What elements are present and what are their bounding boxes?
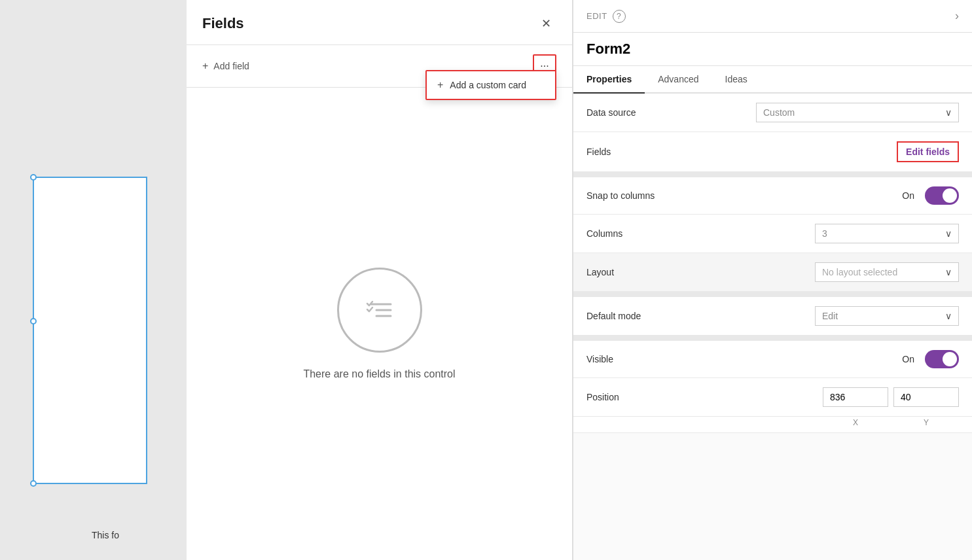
position-x-label: X	[823, 418, 888, 427]
fields-close-button[interactable]: ✕	[535, 13, 556, 34]
tab-ideas[interactable]: Ideas	[712, 66, 761, 94]
resize-handle-ml[interactable]	[30, 318, 37, 324]
layout-row: Layout No layout selected ∨	[573, 253, 972, 292]
position-y-input[interactable]	[893, 387, 959, 407]
position-y-label: Y	[893, 418, 959, 427]
form-name-text: Form2	[586, 41, 630, 57]
snap-toggle-on-label: On	[902, 190, 914, 201]
toggle-knob	[943, 188, 957, 203]
dropdown-menu: + Add a custom card	[425, 70, 556, 100]
snap-to-columns-row: Snap to columns On	[573, 177, 972, 215]
edit-label: EDIT ?	[586, 10, 626, 23]
columns-label: Columns	[586, 228, 815, 239]
empty-state-text: There are no fields in this control	[303, 368, 455, 380]
layout-label: Layout	[586, 267, 815, 277]
edit-fields-label: Edit fields	[906, 147, 950, 157]
tab-advanced[interactable]: Advanced	[645, 66, 711, 94]
visible-row: Visible On	[573, 341, 972, 378]
columns-row: Columns 3 ∨	[573, 215, 972, 253]
position-x-input[interactable]	[823, 387, 888, 407]
edit-text: EDIT	[586, 11, 607, 21]
add-custom-card-label: Add a custom card	[450, 80, 526, 90]
fields-panel: Fields ✕ + Add field ··· + Add a custom …	[187, 0, 573, 560]
props-content: Data source Custom ∨ Fields Edit fields …	[573, 94, 972, 560]
tab-ideas-label: Ideas	[725, 74, 747, 84]
fields-row: Fields Edit fields	[573, 132, 972, 172]
empty-state-icon	[337, 268, 422, 353]
data-source-chevron-icon: ∨	[945, 107, 952, 118]
add-field-label: Add field	[213, 61, 249, 71]
position-labels: X Y	[573, 417, 972, 433]
divider-2	[573, 292, 972, 297]
visible-toggle-knob	[943, 352, 957, 366]
add-custom-card-item[interactable]: + Add a custom card	[427, 71, 555, 99]
fields-header: Fields ✕	[187, 0, 572, 45]
visible-toggle[interactable]	[925, 350, 959, 368]
add-field-button[interactable]: + Add field	[202, 60, 249, 72]
data-source-value: Custom	[763, 107, 795, 118]
columns-select[interactable]: 3 ∨	[815, 224, 959, 243]
fields-label: Fields	[586, 147, 897, 157]
resize-handle-tl[interactable]	[30, 174, 37, 181]
canvas-form-element	[33, 177, 147, 484]
snap-to-columns-label: Snap to columns	[586, 190, 902, 201]
data-source-select[interactable]: Custom ∨	[756, 103, 959, 122]
position-inputs	[823, 387, 959, 407]
canvas-area: This fo	[0, 0, 187, 560]
chevron-right-icon: ›	[955, 9, 959, 23]
tab-properties-label: Properties	[586, 74, 632, 84]
plus-icon: +	[202, 60, 208, 72]
visible-toggle-on-label: On	[902, 354, 914, 364]
props-header: EDIT ? ›	[573, 0, 972, 33]
data-source-row: Data source Custom ∨	[573, 94, 972, 132]
default-mode-row: Default mode Edit ∨	[573, 297, 972, 336]
data-source-label: Data source	[586, 107, 756, 118]
default-mode-select[interactable]: Edit ∨	[815, 306, 959, 326]
visible-label: Visible	[586, 354, 902, 364]
snap-to-columns-toggle[interactable]	[925, 186, 959, 205]
layout-select[interactable]: No layout selected ∨	[815, 262, 959, 282]
layout-value: No layout selected	[822, 267, 897, 277]
default-mode-chevron-icon: ∨	[945, 311, 952, 321]
help-icon[interactable]: ?	[613, 10, 626, 23]
props-tabs: Properties Advanced Ideas	[573, 66, 972, 94]
edit-fields-button[interactable]: Edit fields	[897, 141, 959, 162]
tab-advanced-label: Advanced	[658, 74, 698, 84]
dropdown-plus-icon: +	[437, 79, 443, 91]
layout-chevron-icon: ∨	[945, 267, 952, 277]
default-mode-label: Default mode	[586, 311, 815, 321]
default-mode-value: Edit	[822, 311, 838, 321]
divider-3	[573, 336, 972, 341]
resize-handle-bl[interactable]	[30, 480, 37, 487]
canvas-form-text: This fo	[92, 530, 119, 540]
columns-chevron-icon: ∨	[945, 228, 952, 239]
visible-value: On	[902, 350, 959, 368]
divider-1	[573, 172, 972, 177]
fields-title: Fields	[202, 15, 244, 32]
snap-to-columns-value: On	[902, 186, 959, 205]
position-label: Position	[586, 392, 823, 402]
tab-properties[interactable]: Properties	[573, 66, 645, 94]
position-row: Position	[573, 378, 972, 417]
columns-value: 3	[822, 228, 827, 239]
properties-panel: EDIT ? › Form2 Properties Advanced Ideas…	[573, 0, 972, 560]
empty-state: There are no fields in this control	[187, 88, 572, 560]
form-name: Form2	[573, 33, 972, 66]
